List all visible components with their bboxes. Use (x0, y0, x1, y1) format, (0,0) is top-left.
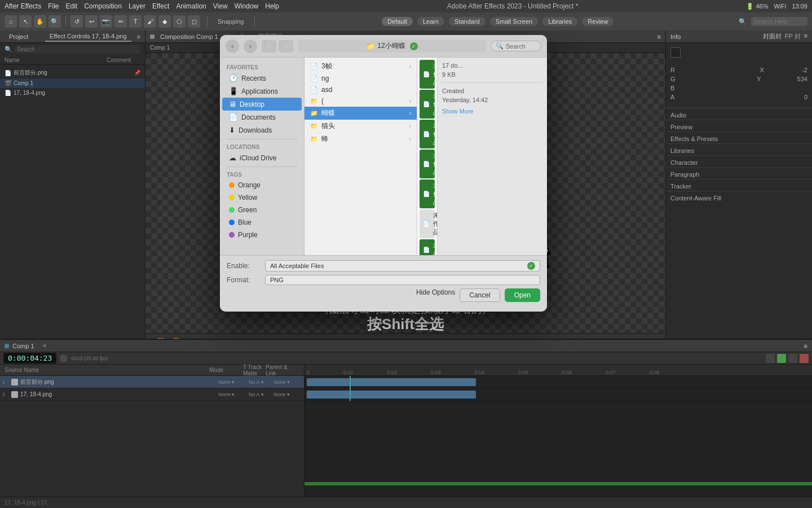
eraser-tool[interactable]: ◻ (188, 15, 200, 28)
grid-file-4[interactable]: 📄 未命名作品-4.png (420, 60, 435, 89)
select-tool[interactable]: ↖ (19, 15, 32, 28)
workspace-small[interactable]: Small Screen (490, 17, 538, 26)
file-col1-item3[interactable]: 📄 asd (304, 84, 417, 95)
sidebar-recents[interactable]: 🕐 Recents (222, 72, 302, 85)
hand-tool[interactable]: ✋ (34, 15, 46, 28)
sidebar-downloads[interactable]: ⬇ Downloads (222, 124, 302, 137)
menu-edit[interactable]: Edit (65, 2, 77, 10)
undo-tool[interactable]: ↩ (85, 15, 98, 28)
sidebar-tag-yellow[interactable]: Yellow (222, 191, 302, 204)
grid-file-9[interactable]: 📄 未命名作品-9.png (420, 209, 435, 238)
sidebar-tag-orange[interactable]: Orange (222, 179, 302, 191)
effects-section[interactable]: Effects & Presets (666, 132, 812, 143)
show-more-btn[interactable]: Show More (442, 108, 542, 115)
rotate-tool[interactable]: ↺ (70, 15, 83, 28)
cancel-button[interactable]: Cancel (460, 288, 500, 302)
file-open-dialog[interactable]: ‹ › ☰ ⊞ 📁 12小蝴蝶 ✓ 🔍 Search Favorites (220, 35, 547, 312)
sidebar-icloud[interactable]: ☁ iCloud Drive (222, 151, 302, 164)
dialog-search-text: Search (506, 43, 526, 50)
project-file-1[interactable]: 📄 前言部分.png 📌 (0, 67, 145, 78)
project-file-2[interactable]: 🎬 Comp 1 (0, 78, 145, 88)
layer-row-1[interactable]: 1 前言部分.png Norm ▾ No A ▾ None ▾ (0, 376, 304, 388)
location-badge: ✓ (410, 42, 418, 50)
file-icon-1: 📄 (5, 70, 11, 76)
format-select[interactable]: PNG (265, 275, 540, 285)
stamp-tool[interactable]: ◆ (158, 15, 171, 28)
text-tool[interactable]: T (129, 15, 142, 28)
project-tab[interactable]: Project (5, 32, 33, 41)
sidebar-tag-green[interactable]: Green (222, 204, 302, 216)
workspace-review[interactable]: Review (582, 17, 614, 26)
workspace-standard[interactable]: Standard (449, 17, 486, 26)
content-aware-section[interactable]: Content-Aware Fill (666, 191, 812, 203)
camera-tool[interactable]: 📷 (100, 15, 112, 28)
libraries-section[interactable]: Libraries (666, 143, 812, 155)
sidebar-documents[interactable]: 📄 Documents (222, 111, 302, 124)
info-row-created-val: Yesterday, 14:42 (442, 97, 542, 103)
brush-tool[interactable]: 🖌 (144, 15, 156, 28)
file-col1-butterfly[interactable]: 📁 蝴蝶 › (304, 107, 417, 120)
dialog-back-btn[interactable]: ‹ (226, 40, 239, 53)
menu-window[interactable]: Window (235, 2, 259, 10)
menu-view[interactable]: View (213, 2, 228, 10)
sidebar-tag-blue[interactable]: Blue (222, 216, 302, 229)
pen-tool[interactable]: ✏ (114, 15, 127, 28)
file-icon-3: 📄 (5, 90, 11, 96)
preview-section[interactable]: Preview (666, 120, 812, 132)
file-col1-item2[interactable]: 📄 ng (304, 73, 417, 84)
zoom-tool[interactable]: 🔍 (48, 15, 61, 28)
solo-btn[interactable] (766, 354, 775, 363)
character-section[interactable]: Character (666, 155, 812, 167)
menu-ae[interactable]: After Effects (5, 2, 41, 10)
grid-file-6[interactable]: 📄 未命名作品-6.png (420, 120, 435, 148)
info-menu[interactable]: ≡ (804, 32, 807, 41)
timeline-tab-close[interactable]: ✕ (42, 343, 47, 349)
grid-file-10[interactable]: 📄 未命名作品-10.png (420, 239, 435, 255)
enable-select[interactable]: All Acceptable Files ✓ (265, 260, 540, 271)
menu-composition[interactable]: Composition (84, 2, 122, 10)
open-button[interactable]: Open (505, 288, 540, 302)
grid-view-btn[interactable]: ⊞ (279, 40, 293, 52)
file-col1-bee[interactable]: 📁 蜂 › (304, 133, 417, 146)
record-btn[interactable] (777, 354, 786, 363)
folder-icon: 📁 (366, 42, 375, 50)
sidebar-div-2 (227, 167, 297, 167)
tag-purple-label: Purple (238, 231, 258, 239)
tracker-section[interactable]: Tracker (666, 179, 812, 191)
audio-section[interactable]: Audio (666, 108, 812, 120)
project-search-input[interactable] (15, 45, 140, 54)
menu-animation[interactable]: Animation (176, 2, 206, 10)
grid-file-8[interactable]: 📄 未命名作品-8.png (420, 179, 435, 208)
file-col1-head[interactable]: 📁 猫头 › (304, 120, 417, 133)
dialog-forward-btn[interactable]: › (244, 40, 257, 53)
project-file-3[interactable]: 📄 17, 18-4.png (0, 88, 145, 98)
shape-tool[interactable]: ⬡ (173, 15, 186, 28)
effect-controls-tab[interactable]: Effect Controls 17, 18-4.png (45, 32, 131, 42)
menu-layer[interactable]: Layer (129, 2, 145, 10)
sidebar-applications[interactable]: 📱 Applications (222, 85, 302, 98)
lock-btn[interactable] (788, 354, 797, 363)
file-col1-item4[interactable]: 📁 ( › (304, 95, 417, 107)
grid-file-5[interactable]: 📄 未命名作品-5.png (420, 90, 435, 119)
menu-effect[interactable]: Effect (152, 2, 169, 10)
file-col1-item1[interactable]: 📄 3帧 › (304, 60, 417, 73)
home-tool[interactable]: ⌂ (5, 15, 17, 28)
list-view-btn[interactable]: ☰ (262, 40, 276, 52)
comp-menu[interactable]: ≡ (657, 33, 661, 40)
hide-options-btn[interactable]: Hide Options (416, 288, 455, 302)
layer-row-2[interactable]: 2 17, 18-4.png Norm ▾ No A ▾ None ▾ (0, 388, 304, 401)
timeline-menu[interactable]: ≡ (804, 343, 807, 349)
time-knob[interactable] (60, 354, 68, 362)
search-input[interactable] (751, 17, 807, 26)
sidebar-tag-purple[interactable]: Purple (222, 229, 302, 241)
sidebar-desktop[interactable]: 🖥 Desktop (222, 98, 302, 111)
menu-file[interactable]: File (48, 2, 59, 10)
workspace-libraries[interactable]: Libraries (542, 17, 577, 26)
paragraph-section[interactable]: Paragraph (666, 167, 812, 179)
panel-menu-icon[interactable]: ≡ (137, 33, 140, 40)
workspace-default[interactable]: Default (382, 17, 413, 26)
menu-help[interactable]: Help (265, 2, 279, 10)
delete-btn[interactable] (800, 354, 809, 363)
workspace-learn[interactable]: Learn (417, 17, 444, 26)
grid-file-7[interactable]: 📄 未命名作品-7.png (420, 150, 435, 178)
